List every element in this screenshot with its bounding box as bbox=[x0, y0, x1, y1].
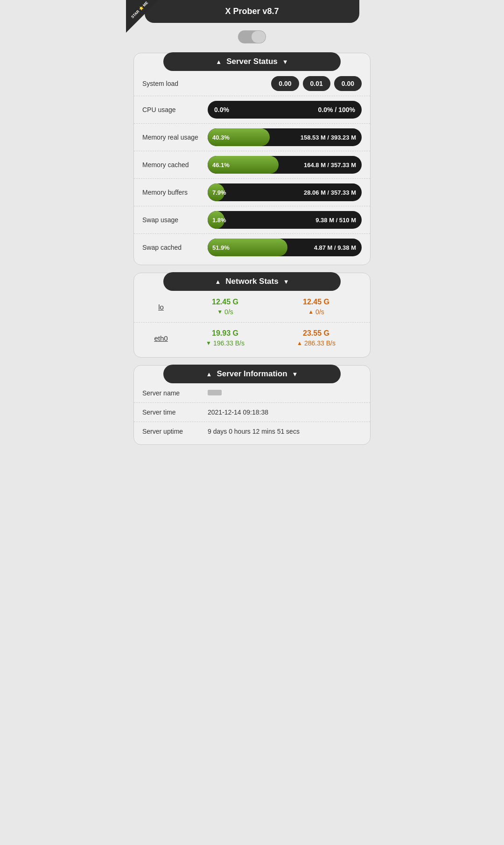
up-arrow-icon: ▲ bbox=[308, 309, 314, 315]
eth0-up-arrow-icon: ▲ bbox=[297, 340, 302, 346]
net-lo-label: lo bbox=[142, 303, 180, 311]
server-time-label: Server time bbox=[142, 408, 208, 416]
load-badge-1: 0.00 bbox=[271, 76, 299, 91]
net-eth0-down-rate: ▼ 196.33 B/s bbox=[206, 339, 245, 347]
load-badges: 0.00 0.01 0.00 bbox=[271, 76, 362, 91]
triangle-right-icon: ▼ bbox=[282, 58, 288, 65]
server-name-label: Server name bbox=[142, 389, 208, 397]
swap-cached-pct: 51.9% bbox=[212, 244, 230, 251]
net-lo-row: lo 12.45 G ▼ 0/s 12.45 G ▲ 0/s bbox=[134, 291, 370, 323]
cpu-usage-row: CPU usage 0.0% 0.0% / 100% bbox=[134, 96, 370, 124]
net-eth0-row: eth0 19.93 G ▼ 196.33 B/s 23.55 G ▲ 286.… bbox=[134, 323, 370, 353]
memory-real-info: 158.53 M / 393.23 M bbox=[301, 134, 356, 141]
swap-cached-row: Swap cached 51.9% 4.87 M / 9.38 M bbox=[134, 234, 370, 261]
server-uptime-row: Server uptime 9 days 0 hours 12 mins 51 … bbox=[134, 422, 370, 441]
network-stats-section: ▲ Network Stats ▼ lo 12.45 G ▼ 0/s 12.45… bbox=[133, 273, 371, 358]
network-stats-title: Network Stats bbox=[225, 277, 278, 286]
memory-buffers-row: Memory buffers 7.9% 28.06 M / 357.33 M bbox=[134, 179, 370, 206]
memory-real-row: Memory real usage 40.3% 158.53 M / 393.2… bbox=[134, 124, 370, 151]
network-stats-header: ▲ Network Stats ▼ bbox=[163, 272, 341, 291]
server-status-title: Server Status bbox=[226, 57, 278, 66]
load-badge-3: 0.00 bbox=[334, 76, 362, 91]
eth0-down-arrow-icon: ▼ bbox=[206, 340, 211, 346]
cpu-bar: 0.0% 0.0% / 100% bbox=[208, 101, 362, 119]
memory-real-fill: 40.3% bbox=[208, 128, 270, 146]
info-triangle-left-icon: ▲ bbox=[206, 371, 212, 378]
net-eth0-down-total: 19.93 G bbox=[212, 329, 238, 338]
net-eth0-up-rate: ▲ 286.33 B/s bbox=[297, 339, 336, 347]
net-eth0-down: 19.93 G ▼ 196.33 B/s bbox=[206, 329, 245, 347]
app-title: X Prober v8.7 bbox=[145, 0, 359, 23]
net-lo-down: 12.45 G ▼ 0/s bbox=[212, 298, 238, 316]
memory-buffers-fill: 7.9% bbox=[208, 183, 224, 201]
swap-usage-row: Swap usage 1.8% 9.38 M / 510 M bbox=[134, 206, 370, 234]
net-lo-up-rate: ▲ 0/s bbox=[308, 308, 324, 316]
memory-buffers-info: 28.06 M / 357.33 M bbox=[304, 189, 356, 196]
net-lo-up: 12.45 G ▲ 0/s bbox=[303, 298, 329, 316]
swap-cached-info: 4.87 M / 9.38 M bbox=[314, 244, 356, 251]
server-name-value bbox=[208, 389, 362, 397]
cpu-usage-value: 0.0% 0.0% / 100% bbox=[208, 101, 362, 119]
swap-usage-info: 9.38 M / 510 M bbox=[315, 217, 356, 224]
cpu-percent: 0.0% bbox=[214, 106, 229, 113]
memory-cached-value: 46.1% 164.8 M / 357.33 M bbox=[208, 156, 362, 174]
swap-usage-pct: 1.8% bbox=[212, 217, 226, 224]
server-name-img bbox=[208, 390, 222, 395]
memory-cached-pct: 46.1% bbox=[212, 162, 230, 169]
net-eth0-label: eth0 bbox=[142, 334, 180, 342]
server-status-header: ▲ Server Status ▼ bbox=[163, 52, 341, 71]
net-triangle-right-icon: ▼ bbox=[283, 278, 289, 285]
net-lo-stats: 12.45 G ▼ 0/s 12.45 G ▲ 0/s bbox=[180, 298, 362, 316]
server-info-header: ▲ Server Information ▼ bbox=[163, 365, 341, 383]
triangle-left-icon: ▲ bbox=[216, 58, 222, 65]
server-status-section: ▲ Server Status ▼ System load 0.00 0.01 … bbox=[133, 53, 371, 265]
memory-cached-label: Memory cached bbox=[142, 161, 208, 169]
swap-cached-fill: 51.9% bbox=[208, 239, 287, 256]
memory-buffers-bar: 7.9% 28.06 M / 357.33 M bbox=[208, 183, 362, 201]
toggle-switch[interactable] bbox=[238, 30, 266, 43]
swap-cached-bar: 51.9% 4.87 M / 9.38 M bbox=[208, 239, 362, 256]
info-triangle-right-icon: ▼ bbox=[292, 371, 298, 378]
net-lo-down-total: 12.45 G bbox=[212, 298, 238, 306]
server-uptime-value: 9 days 0 hours 12 mins 51 secs bbox=[208, 428, 362, 435]
server-time-row: Server time 2021-12-14 09:18:38 bbox=[134, 403, 370, 422]
system-load-row: System load 0.00 0.01 0.00 bbox=[134, 71, 370, 96]
net-eth0-stats: 19.93 G ▼ 196.33 B/s 23.55 G ▲ 286.33 B/… bbox=[180, 329, 362, 347]
memory-real-label: Memory real usage bbox=[142, 133, 208, 141]
server-time-value: 2021-12-14 09:18:38 bbox=[208, 408, 362, 416]
net-eth0-up: 23.55 G ▲ 286.33 B/s bbox=[297, 329, 336, 347]
cpu-usage-label: CPU usage bbox=[142, 106, 208, 114]
memory-cached-info: 164.8 M / 357.33 M bbox=[304, 162, 356, 169]
memory-buffers-value: 7.9% 28.06 M / 357.33 M bbox=[208, 183, 362, 201]
net-lo-up-total: 12.45 G bbox=[303, 298, 329, 306]
toggle-knob bbox=[252, 31, 266, 43]
memory-real-bar: 40.3% 158.53 M / 393.23 M bbox=[208, 128, 362, 146]
swap-cached-value: 51.9% 4.87 M / 9.38 M bbox=[208, 239, 362, 256]
memory-cached-bar: 46.1% 164.8 M / 357.33 M bbox=[208, 156, 362, 174]
server-name-row: Server name bbox=[134, 384, 370, 403]
system-load-value: 0.00 0.01 0.00 bbox=[208, 76, 362, 91]
swap-cached-label: Swap cached bbox=[142, 243, 208, 252]
server-info-title: Server Information bbox=[217, 369, 287, 379]
swap-usage-bar: 1.8% 9.38 M / 510 M bbox=[208, 211, 362, 229]
down-arrow-icon: ▼ bbox=[217, 309, 223, 315]
memory-buffers-pct: 7.9% bbox=[212, 189, 226, 196]
memory-cached-row: Memory cached 46.1% 164.8 M / 357.33 M bbox=[134, 151, 370, 179]
net-triangle-left-icon: ▲ bbox=[215, 278, 221, 285]
toggle-area bbox=[126, 23, 378, 48]
swap-usage-label: Swap usage bbox=[142, 216, 208, 224]
cpu-total: 0.0% / 100% bbox=[318, 106, 355, 113]
load-badge-2: 0.01 bbox=[303, 76, 330, 91]
server-uptime-label: Server uptime bbox=[142, 428, 208, 435]
server-info-section: ▲ Server Information ▼ Server name Serve… bbox=[133, 365, 371, 445]
memory-cached-fill: 46.1% bbox=[208, 156, 279, 174]
net-lo-down-rate: ▼ 0/s bbox=[217, 308, 233, 316]
swap-usage-value: 1.8% 9.38 M / 510 M bbox=[208, 211, 362, 229]
memory-buffers-label: Memory buffers bbox=[142, 188, 208, 197]
swap-usage-fill: 1.8% bbox=[208, 211, 224, 229]
system-load-label: System load bbox=[142, 79, 208, 88]
net-eth0-up-total: 23.55 G bbox=[303, 329, 329, 338]
memory-real-value: 40.3% 158.53 M / 393.23 M bbox=[208, 128, 362, 146]
memory-real-pct: 40.3% bbox=[212, 134, 230, 141]
